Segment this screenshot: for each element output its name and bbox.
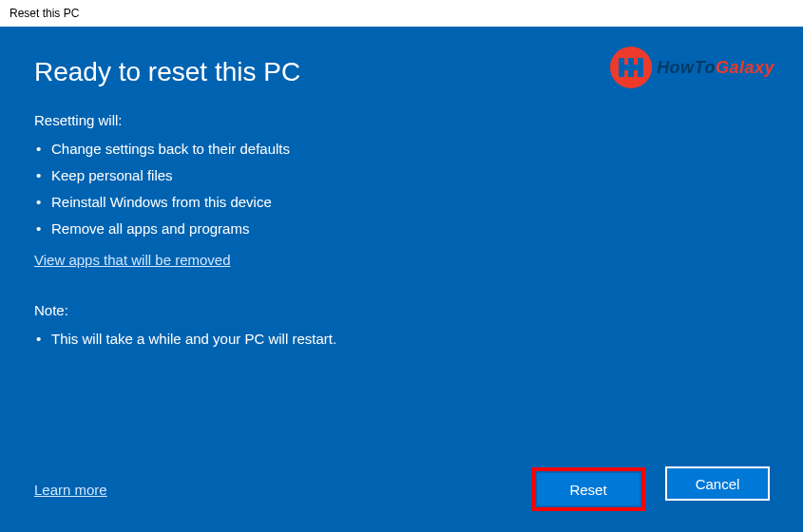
reset-bullet-list: Change settings back to their defaults K… bbox=[34, 136, 769, 242]
note-section: Note: This will take a while and your PC… bbox=[34, 302, 769, 360]
list-item: Change settings back to their defaults bbox=[34, 136, 769, 162]
button-row: Reset Cancel bbox=[531, 467, 769, 511]
view-apps-link[interactable]: View apps that will be removed bbox=[34, 252, 769, 268]
cancel-button[interactable]: Cancel bbox=[666, 467, 769, 500]
watermark-text: HowToGalaxy bbox=[657, 58, 774, 78]
watermark-icon bbox=[609, 46, 653, 89]
list-item: Remove all apps and programs bbox=[34, 216, 769, 242]
list-item: This will take a while and your PC will … bbox=[34, 326, 769, 352]
window-title: Reset this PC bbox=[10, 7, 79, 20]
reset-button[interactable]: Reset bbox=[537, 473, 640, 505]
learn-more-link[interactable]: Learn more bbox=[34, 482, 107, 498]
titlebar: Reset this PC bbox=[0, 0, 803, 27]
dialog-content: HowToGalaxy Ready to reset this PC Reset… bbox=[0, 27, 803, 532]
window: Reset this PC HowToGalaxy Ready to reset… bbox=[0, 0, 803, 532]
resetting-label: Resetting will: bbox=[34, 112, 769, 128]
watermark-logo: HowToGalaxy bbox=[609, 46, 774, 89]
note-bullet-list: This will take a while and your PC will … bbox=[34, 326, 769, 352]
list-item: Keep personal files bbox=[34, 162, 769, 189]
note-label: Note: bbox=[34, 302, 769, 318]
svg-rect-4 bbox=[619, 65, 643, 70]
list-item: Reinstall Windows from this device bbox=[34, 189, 769, 216]
reset-button-highlight: Reset bbox=[531, 467, 645, 511]
dialog-footer: Learn more Reset Cancel bbox=[34, 467, 769, 511]
